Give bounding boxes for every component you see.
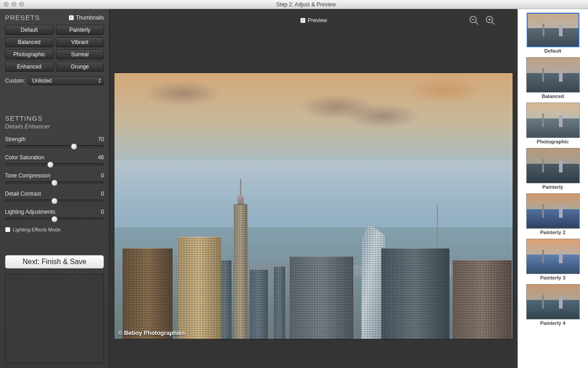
slider-label: Detail Contrast (5, 191, 41, 197)
thumbnail-item[interactable]: Balanced (520, 57, 585, 101)
preset-button-surreal[interactable]: Surreal (56, 49, 104, 59)
thumbnail-label: Painterly 2 (520, 229, 585, 237)
thumbnail-image[interactable] (526, 284, 580, 319)
slider-value: 0 (101, 209, 104, 215)
checkbox-icon (300, 18, 306, 23)
image-watermark: © Beboy Photographies (118, 329, 185, 336)
preset-button-balanced[interactable]: Balanced (5, 37, 54, 47)
slider-value: 46 (98, 154, 104, 161)
slider-label: Color Saturation (5, 154, 44, 161)
settings-heading: SETTINGS (5, 114, 104, 122)
log-panel (5, 274, 104, 363)
lighting-effects-label: Lighting Effects Mode (13, 227, 61, 232)
slider-detail-contrast[interactable] (5, 200, 104, 202)
thumbnail-item[interactable]: Painterly 2 (520, 193, 585, 237)
preview-image: © Beboy Photographies (114, 73, 513, 339)
left-sidebar: PRESETS Thumbnails DefaultPainterlyBalan… (0, 9, 109, 368)
slider-strength[interactable] (5, 145, 104, 147)
thumbnail-item[interactable]: Painterly 4 (520, 284, 585, 328)
slider-thumb[interactable] (47, 162, 54, 168)
thumbnail-item[interactable]: Painterly (520, 148, 585, 191)
preset-button-photographic[interactable]: Photographic (5, 49, 54, 59)
slider-label: Tone Compression (5, 172, 50, 179)
minimize-window-button[interactable] (11, 2, 16, 7)
zoom-out-button[interactable] (468, 15, 480, 26)
thumbnail-label: Painterly 4 (520, 319, 585, 328)
slider-label: Strength (5, 136, 25, 142)
slider-thumb[interactable] (51, 216, 58, 222)
thumbnail-label: Painterly (520, 183, 585, 191)
custom-preset-select[interactable]: Unlisted ▲▼ (28, 76, 104, 85)
thumbnail-item[interactable]: Default (520, 13, 585, 55)
slider-value: 0 (101, 191, 104, 197)
window-title: Step 2: Adjust & Preview (24, 1, 588, 8)
presets-heading: PRESETS (5, 14, 40, 21)
zoom-in-icon (485, 15, 496, 26)
svg-line-1 (475, 22, 478, 25)
slider-label: Lighting Adjustments (5, 209, 55, 215)
thumbnail-image[interactable] (526, 57, 580, 93)
preview-checkbox[interactable]: Preview (300, 17, 327, 24)
thumbnails-label: Thumbnails (76, 15, 104, 21)
thumbnail-label: Photographic (520, 138, 585, 146)
checkbox-icon (5, 227, 10, 232)
slider-value: 70 (98, 136, 104, 142)
preset-button-default[interactable]: Default (5, 25, 54, 35)
preset-button-vibrant[interactable]: Vibrant (56, 37, 104, 47)
thumbnail-image[interactable] (526, 193, 580, 229)
close-window-button[interactable] (4, 2, 9, 7)
slider-lighting-adjustments[interactable] (5, 218, 104, 220)
thumbnail-image[interactable] (527, 13, 579, 47)
lighting-effects-checkbox[interactable]: Lighting Effects Mode (5, 227, 104, 232)
preview-label: Preview (308, 17, 327, 24)
svg-line-4 (492, 22, 494, 25)
preset-button-enhanced[interactable]: Enhanced (5, 62, 54, 72)
preset-button-grunge[interactable]: Grunge (56, 62, 104, 72)
thumbnail-image[interactable] (526, 148, 580, 183)
thumbnail-image[interactable] (526, 103, 580, 138)
thumbnail-image[interactable] (526, 239, 580, 274)
thumbnail-item[interactable]: Photographic (520, 103, 585, 146)
slider-thumb[interactable] (51, 198, 58, 204)
thumbnail-label: Default (520, 47, 585, 55)
zoom-out-icon (469, 15, 479, 26)
slider-value: 0 (101, 172, 104, 179)
slider-thumb[interactable] (51, 180, 58, 186)
checkbox-icon (69, 15, 74, 20)
preview-area: Preview (109, 9, 518, 368)
preset-button-painterly[interactable]: Painterly (56, 25, 104, 35)
slider-tone-compression[interactable] (5, 182, 104, 184)
slider-thumb[interactable] (71, 143, 77, 150)
thumbnails-checkbox[interactable]: Thumbnails (69, 15, 104, 21)
slider-color-saturation[interactable] (5, 163, 104, 166)
settings-subtitle: Details Enhancer (5, 123, 104, 130)
window-titlebar: Step 2: Adjust & Preview (0, 0, 588, 9)
zoom-in-button[interactable] (484, 15, 496, 26)
next-finish-save-button[interactable]: Next: Finish & Save (5, 255, 104, 269)
chevron-updown-icon: ▲▼ (98, 78, 101, 83)
thumbnails-panel[interactable]: Default Balanced Photographic Painterly … (518, 9, 588, 368)
custom-label: Custom: (5, 78, 25, 84)
custom-selected: Unlisted (32, 78, 52, 84)
thumbnail-label: Balanced (520, 93, 585, 101)
zoom-window-button[interactable] (19, 2, 24, 7)
thumbnail-item[interactable]: Painterly 3 (520, 239, 585, 282)
thumbnail-label: Painterly 3 (520, 274, 585, 282)
